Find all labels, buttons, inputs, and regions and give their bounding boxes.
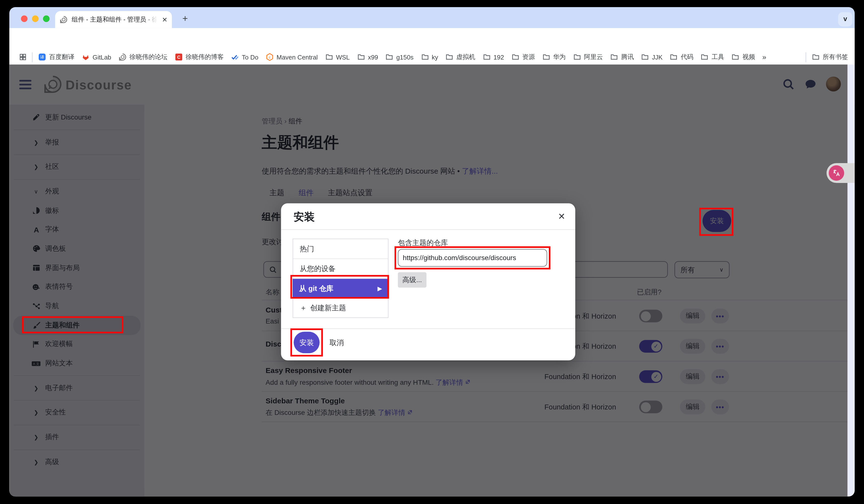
bookmark-item[interactable]: 视频 — [732, 53, 755, 61]
tab-strip: 组件 - 主题和组件 - 管理员 - 徐 ✕ + v — [9, 7, 855, 28]
maven-favicon-icon: c — [265, 53, 274, 61]
translate-fab[interactable] — [827, 163, 855, 183]
bookmark-item[interactable]: 代码 — [670, 53, 694, 61]
bookmark-item[interactable]: cMaven Central — [265, 53, 317, 61]
folder-icon — [610, 53, 619, 61]
modal-header-divider — [281, 229, 576, 230]
discourse-favicon-icon — [119, 53, 127, 61]
minimize-window-button[interactable] — [32, 15, 39, 22]
cred-favicon-icon: C — [175, 53, 183, 61]
tab-title: 组件 - 主题和组件 - 管理员 - 徐 — [72, 15, 160, 24]
bookmark-item[interactable]: To Do — [231, 53, 259, 61]
bookmark-item[interactable]: C徐晓伟的博客 — [175, 53, 224, 61]
browser-toolbar: xuxiaowei.io/admin/config/customize/comp… — [9, 28, 855, 50]
svg-text:c: c — [269, 55, 271, 59]
advanced-button[interactable]: 高级... — [398, 272, 427, 288]
browser-tab[interactable]: 组件 - 主题和组件 - 管理员 - 徐 ✕ — [55, 11, 172, 28]
page-scrollbar[interactable] — [848, 64, 855, 496]
folder-icon — [670, 53, 678, 61]
bookmark-item[interactable]: WSL — [325, 53, 350, 61]
discourse-admin-app: Discourse 更新 Discourse❯举报❯社区∨外观徽标A字体调色板界… — [9, 64, 855, 496]
plus-icon: ＋ — [300, 303, 307, 312]
folder-icon — [357, 53, 365, 61]
translate-fab-icon[interactable] — [829, 165, 844, 181]
folder-icon — [641, 53, 649, 61]
browser-window: 组件 - 主题和组件 - 管理员 - 徐 ✕ + v xuxiaowei.io/… — [9, 7, 855, 496]
folder-icon — [812, 53, 820, 61]
bookmark-item[interactable]: 华为 — [542, 53, 566, 61]
modal-cancel-button[interactable]: 取消 — [329, 338, 344, 348]
bookmarks-divider — [32, 52, 33, 62]
bookmark-item[interactable]: 资源 — [511, 53, 535, 61]
annotation-box-repo-input — [395, 247, 551, 269]
tab-close-icon[interactable]: ✕ — [162, 16, 168, 24]
bookmark-item[interactable]: ky — [421, 53, 438, 61]
folder-icon — [482, 53, 491, 61]
bookmark-item[interactable]: GitLab — [82, 53, 111, 61]
folder-icon — [732, 53, 740, 61]
svg-text:译: 译 — [40, 55, 44, 60]
bookmarks-divider-right — [806, 52, 806, 62]
bookmark-item[interactable]: x99 — [357, 53, 378, 61]
bookmark-item[interactable]: JJK — [641, 53, 662, 61]
folder-icon — [701, 53, 709, 61]
screenshot-stage: 组件 - 主题和组件 - 管理员 - 徐 ✕ + v xuxiaowei.io/… — [0, 0, 864, 504]
modal-footer-divider — [281, 328, 576, 329]
annotation-box-modal-install — [290, 328, 323, 357]
folder-icon — [445, 53, 454, 61]
folder-icon — [421, 53, 429, 61]
annotation-box-git-menu-item — [290, 275, 389, 299]
bookmarks-bar: 译百度翻译GitLab徐晓伟的论坛C徐晓伟的博客To DocMaven Cent… — [9, 50, 855, 65]
bookmark-item[interactable]: g150s — [385, 53, 413, 61]
annotation-box-install-top — [699, 208, 733, 236]
close-icon[interactable]: ✕ — [558, 211, 565, 221]
annotation-box-sidebar-themes — [22, 316, 123, 334]
gitlab-favicon-icon — [82, 53, 90, 61]
folder-icon — [385, 53, 394, 61]
tab-list-chevron-icon[interactable]: v — [838, 12, 852, 27]
discourse-favicon-icon — [60, 15, 68, 24]
folder-icon — [573, 53, 581, 61]
bookmark-item[interactable]: 徐晓伟的论坛 — [119, 53, 168, 61]
modal-title: 安装 — [293, 210, 315, 224]
close-window-button[interactable] — [21, 15, 28, 22]
install-source-热门[interactable]: 热门 — [293, 239, 388, 259]
bookmark-item[interactable]: 腾讯 — [610, 53, 634, 61]
baidu-favicon-icon: 译 — [38, 53, 46, 61]
bookmarks-overflow-chevron[interactable]: » — [763, 53, 766, 61]
folder-icon — [325, 53, 333, 61]
zoom-window-button[interactable] — [43, 15, 50, 22]
bookmark-item[interactable]: 192 — [482, 53, 504, 61]
bookmark-item[interactable]: 译百度翻译 — [38, 53, 74, 61]
folder-icon — [511, 53, 519, 61]
folder-icon — [542, 53, 550, 61]
svg-text:C: C — [177, 55, 180, 60]
apps-grid-icon[interactable] — [19, 53, 27, 61]
all-bookmarks-button[interactable]: 所有书签 — [812, 53, 848, 61]
bookmark-item[interactable]: 虚拟机 — [445, 53, 475, 61]
bookmark-item[interactable]: 工具 — [701, 53, 724, 61]
bookmark-item[interactable]: 阿里云 — [573, 53, 603, 61]
todo-favicon-icon — [231, 53, 239, 61]
new-tab-button[interactable]: + — [178, 12, 192, 26]
install-source-创建新主题[interactable]: ＋创建新主题 — [293, 298, 388, 317]
